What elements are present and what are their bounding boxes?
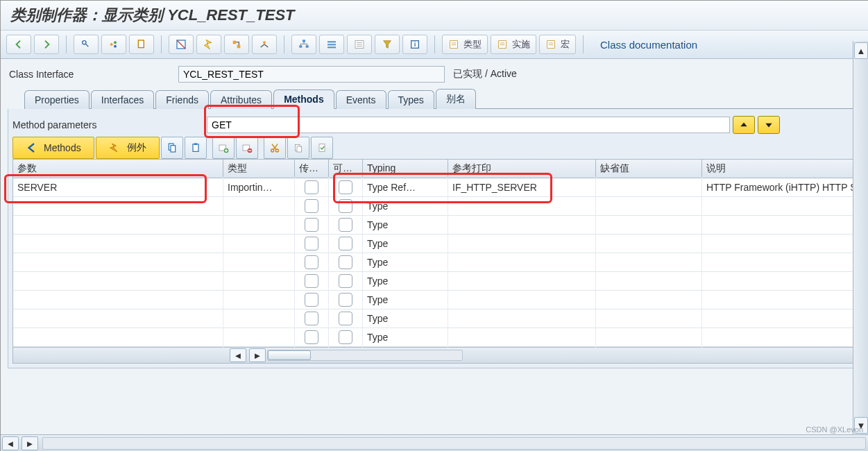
cell-pass[interactable] bbox=[295, 214, 329, 235]
grid-horizontal-scroll[interactable]: ◄ ► bbox=[13, 347, 856, 363]
cell-kind[interactable] bbox=[223, 252, 295, 273]
cell-desc[interactable] bbox=[702, 214, 856, 235]
class-documentation-link[interactable]: Class documentation bbox=[600, 39, 697, 51]
cell-default[interactable] bbox=[596, 327, 702, 348]
header-pass[interactable]: 传… bbox=[295, 160, 329, 178]
tab-types[interactable]: Types bbox=[388, 90, 434, 109]
types-button[interactable]: 类型 bbox=[442, 35, 488, 54]
tab-events[interactable]: Events bbox=[336, 90, 386, 109]
cell-desc[interactable] bbox=[702, 252, 856, 273]
cell-default[interactable] bbox=[596, 233, 702, 254]
delete-row-icon[interactable] bbox=[236, 137, 258, 159]
exceptions-button[interactable]: 例外 bbox=[96, 137, 160, 159]
table-row[interactable]: Type bbox=[13, 309, 856, 328]
macro-button[interactable]: 宏 bbox=[539, 35, 576, 54]
display-toggle-icon[interactable] bbox=[74, 35, 99, 54]
cell-ref[interactable] bbox=[448, 271, 596, 291]
header-param[interactable]: 参数 bbox=[13, 160, 223, 178]
cell-opt[interactable] bbox=[329, 177, 363, 198]
cell-desc[interactable] bbox=[702, 289, 856, 310]
cell-opt[interactable] bbox=[329, 252, 363, 273]
checkbox[interactable] bbox=[305, 330, 318, 344]
clipboard-paste-icon[interactable] bbox=[311, 137, 333, 159]
cell-kind[interactable] bbox=[223, 327, 295, 348]
checkbox[interactable] bbox=[305, 274, 318, 288]
scroll-right-icon[interactable]: ► bbox=[249, 348, 266, 362]
checkbox[interactable] bbox=[339, 199, 352, 213]
cell-typing[interactable]: Type bbox=[363, 252, 448, 273]
tab-friends[interactable]: Friends bbox=[155, 90, 209, 109]
test-icon[interactable] bbox=[252, 35, 277, 54]
table-row[interactable]: Type bbox=[13, 216, 856, 235]
cell-param[interactable] bbox=[13, 252, 223, 273]
methods-button[interactable]: Methods bbox=[12, 137, 94, 159]
new-icon[interactable] bbox=[129, 35, 154, 54]
checkbox[interactable] bbox=[305, 255, 318, 269]
back-button[interactable] bbox=[6, 35, 31, 54]
checkbox[interactable] bbox=[305, 199, 318, 213]
cell-kind[interactable] bbox=[223, 308, 295, 329]
table-row[interactable]: Type bbox=[13, 235, 856, 253]
cell-typing[interactable]: Type bbox=[363, 289, 448, 310]
cell-typing[interactable]: Type bbox=[363, 308, 448, 329]
cell-desc[interactable] bbox=[702, 233, 856, 254]
cell-kind[interactable]: Importin… bbox=[223, 177, 295, 198]
copy-icon[interactable] bbox=[161, 137, 183, 159]
cell-kind[interactable] bbox=[223, 271, 295, 291]
outer-horizontal-scroll[interactable]: ◄ ► bbox=[1, 434, 868, 451]
cell-ref[interactable] bbox=[448, 233, 596, 254]
table-row[interactable]: Type bbox=[13, 253, 856, 272]
where-used-icon[interactable] bbox=[224, 35, 249, 54]
cell-typing[interactable]: Type bbox=[363, 271, 448, 291]
cell-pass[interactable] bbox=[295, 177, 329, 198]
cell-pass[interactable] bbox=[295, 289, 329, 310]
cell-param[interactable] bbox=[13, 327, 223, 348]
list-icon[interactable] bbox=[347, 35, 372, 54]
table-row[interactable]: SERVERImportin…Type Ref…IF_HTTP_SERVERHT… bbox=[13, 178, 856, 197]
header-desc[interactable]: 说明 bbox=[702, 160, 856, 178]
cell-ref[interactable] bbox=[448, 308, 596, 329]
cell-kind[interactable] bbox=[223, 214, 295, 235]
checkbox[interactable] bbox=[339, 237, 352, 250]
cell-opt[interactable] bbox=[329, 233, 363, 254]
cell-opt[interactable] bbox=[329, 308, 363, 329]
local-types-icon[interactable] bbox=[319, 35, 344, 54]
cell-ref[interactable] bbox=[448, 289, 596, 310]
cell-opt[interactable] bbox=[329, 271, 363, 291]
cell-param[interactable] bbox=[13, 196, 223, 216]
cut-icon[interactable] bbox=[264, 137, 286, 159]
cell-default[interactable] bbox=[596, 196, 702, 216]
insert-row-icon[interactable] bbox=[212, 137, 235, 159]
filter-icon[interactable] bbox=[375, 35, 400, 54]
cell-pass[interactable] bbox=[295, 233, 329, 254]
cell-default[interactable] bbox=[596, 177, 702, 198]
checkbox[interactable] bbox=[339, 274, 352, 288]
cell-pass[interactable] bbox=[295, 196, 329, 216]
checkbox[interactable] bbox=[339, 312, 352, 325]
cell-pass[interactable] bbox=[295, 308, 329, 329]
cell-default[interactable] bbox=[596, 214, 702, 235]
activate-icon[interactable] bbox=[196, 35, 221, 54]
paste-icon[interactable] bbox=[185, 137, 207, 159]
scroll-track[interactable] bbox=[267, 350, 463, 361]
prev-method-button[interactable] bbox=[733, 116, 755, 134]
header-ref[interactable]: 参考打印 bbox=[448, 160, 596, 178]
scroll-right-icon[interactable]: ► bbox=[22, 436, 38, 450]
tab-properties[interactable]: Properties bbox=[24, 90, 90, 109]
cell-param[interactable] bbox=[13, 289, 223, 310]
header-kind[interactable]: 类型 bbox=[223, 160, 295, 178]
scroll-left-icon[interactable]: ◄ bbox=[2, 436, 19, 450]
cell-ref[interactable] bbox=[448, 196, 596, 216]
cell-kind[interactable] bbox=[223, 196, 295, 216]
cell-param[interactable] bbox=[13, 271, 223, 291]
cell-ref[interactable] bbox=[448, 327, 596, 348]
cell-typing[interactable]: Type bbox=[363, 196, 448, 216]
checkbox[interactable] bbox=[339, 218, 352, 232]
cell-typing[interactable]: Type bbox=[363, 327, 448, 348]
cell-pass[interactable] bbox=[295, 327, 329, 348]
check-icon[interactable] bbox=[169, 35, 194, 54]
checkbox[interactable] bbox=[339, 293, 352, 307]
tab-attributes[interactable]: Attributes bbox=[210, 90, 272, 109]
cell-param[interactable] bbox=[13, 214, 223, 235]
cell-param[interactable] bbox=[13, 308, 223, 329]
